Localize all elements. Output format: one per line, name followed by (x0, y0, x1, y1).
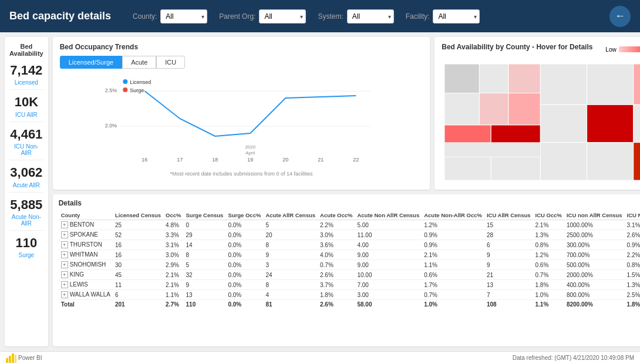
cell-acute-non-occ: 0.6% (422, 270, 484, 280)
cell-county: +SNOHOMISH (59, 260, 113, 270)
facility-label: Facility: (406, 12, 430, 21)
col-surge-census: Surge Census (184, 211, 226, 220)
svg-text:19: 19 (247, 157, 253, 163)
table-row: Total2012.7%1100.0%812.6%58.001.0%1081.1… (59, 300, 640, 309)
cell-icu-non: 2000.00% (564, 270, 625, 280)
county-select[interactable]: All (160, 9, 207, 23)
icu-non-aiir-value: 4,461 (9, 127, 43, 142)
cell-acute-non-occ: 0.9% (422, 240, 484, 250)
cell-acute-aiir: 8 (263, 240, 318, 250)
system-filter-wrapper[interactable]: All (347, 9, 394, 23)
county-filter-wrapper[interactable]: All (160, 9, 207, 23)
cell-licensed: 45 (113, 270, 163, 280)
parent-org-filter-wrapper[interactable]: All (259, 9, 306, 23)
svg-rect-38 (9, 356, 11, 363)
cell-icu-occ: 0.7% (533, 270, 564, 280)
expand-icon[interactable]: + (61, 231, 68, 238)
bed-availability-panel: Bed Availability 7,142 Licensed 10K ICU … (5, 37, 48, 346)
cell-icu-aiir: 21 (484, 270, 533, 280)
cell-acute-non-occ: 1.2% (422, 220, 484, 230)
col-acute-aiir: Acute AllR Census (263, 211, 318, 220)
licensed-label: Licensed (9, 79, 43, 86)
parent-org-select[interactable]: All (259, 9, 306, 23)
cell-surge-occ: 0.0% (225, 260, 263, 270)
col-occ: Occ% (163, 211, 183, 220)
col-licensed-census: Licensed Census (113, 211, 163, 220)
cell-icu-non: 8200.00% (564, 300, 625, 309)
svg-text:20: 20 (282, 157, 288, 163)
expand-icon[interactable]: + (61, 251, 68, 258)
map-title: Bed Availability by County - Hover for D… (442, 43, 592, 51)
top-row: Bed Occupancy Trends Licensed/Surge Acut… (53, 37, 640, 190)
cell-acute-non-aiir: 7.00 (355, 280, 422, 290)
cell-occ: 4.8% (163, 220, 183, 230)
svg-rect-17 (444, 64, 479, 93)
cell-county: +KING (59, 270, 113, 280)
svg-text:22: 22 (353, 157, 359, 163)
cell-occ: 3.0% (163, 250, 183, 260)
cell-icu-non: 400.00% (564, 280, 625, 290)
parent-org-filter-group: Parent Org: All (219, 9, 306, 23)
bed-availability-title: Bed Availability (9, 43, 43, 57)
cell-acute-occ: 0.7% (318, 260, 355, 270)
svg-point-15 (123, 87, 127, 92)
tab-acute[interactable]: Acute (122, 56, 156, 69)
cell-icu-occ: 1.8% (533, 280, 564, 290)
svg-rect-32 (634, 105, 640, 142)
col-icu-non: ICU non AllR Census (564, 211, 625, 220)
cell-county: +WALLA WALLA (59, 290, 113, 300)
map-panel: Bed Availability by County - Hover for D… (434, 37, 640, 190)
svg-text:Surge: Surge (130, 87, 144, 93)
cell-icu-aiir: 13 (484, 280, 533, 290)
system-select[interactable]: All (347, 9, 394, 23)
tab-icu[interactable]: ICU (156, 56, 185, 69)
table-header: County Licensed Census Occ% Surge Census… (59, 211, 640, 220)
cell-acute-non-occ: 1.0% (422, 300, 484, 309)
cell-surge-census: 32 (184, 270, 226, 280)
cell-acute-non-aiir: 3.00 (355, 290, 422, 300)
cell-icu-aiir: 15 (484, 220, 533, 230)
cell-acute-occ: 3.7% (318, 280, 355, 290)
cell-occ: 3.3% (163, 230, 183, 240)
cell-acute-aiir: 24 (263, 270, 318, 280)
cell-acute-occ: 2.6% (318, 270, 355, 280)
tab-licensed-surge[interactable]: Licensed/Surge (60, 56, 122, 69)
system-filter-group: System: All (318, 9, 393, 23)
svg-rect-25 (444, 157, 491, 180)
cell-county: +WHITMAN (59, 250, 113, 260)
col-acute-occ: Acute Occ% (318, 211, 355, 220)
cell-surge-occ: 0.0% (225, 240, 263, 250)
map-legend-low: Low (605, 46, 616, 53)
cell-acute-aiir: 81 (263, 300, 318, 309)
county-map[interactable] (442, 60, 640, 184)
cell-icu-aiir: 108 (484, 300, 533, 309)
facility-filter-wrapper[interactable]: All (433, 9, 480, 23)
chart-title: Bed Occupancy Trends (60, 43, 423, 51)
chart-area: 2.5% 2.0% 16 17 18 19 April 2020 20 21 (60, 75, 423, 168)
cell-acute-aiir: 3 (263, 260, 318, 270)
cell-occ: 2.9% (163, 260, 183, 270)
expand-icon[interactable]: + (61, 261, 68, 268)
svg-point-13 (123, 79, 127, 84)
expand-icon[interactable]: + (61, 241, 68, 248)
acute-non-aiir-value: 5,885 (9, 197, 43, 213)
expand-icon[interactable]: + (61, 281, 68, 288)
cell-acute-non-occ: 2.1% (422, 250, 484, 260)
chart-tabs: Licensed/Surge Acute ICU (60, 56, 423, 69)
cell-occ: 2.1% (163, 270, 183, 280)
expand-icon[interactable]: + (61, 271, 68, 278)
parent-org-label: Parent Org: (219, 12, 255, 21)
cell-acute-non-aiir: 4.00 (355, 240, 422, 250)
header: Bed capacity details County: All Parent … (0, 0, 640, 32)
cell-icu-non: 700.00% (564, 250, 625, 260)
map-gradient (619, 46, 640, 52)
expand-icon[interactable]: + (61, 291, 68, 298)
expand-icon[interactable]: + (61, 221, 68, 228)
facility-select[interactable]: All (433, 9, 480, 23)
chart-panel: Bed Occupancy Trends Licensed/Surge Acut… (53, 37, 430, 190)
back-button[interactable]: ← (609, 6, 631, 27)
cell-county: +THURSTON (59, 240, 113, 250)
table-row: +SPOKANE523.3%290.0%203.0%11.000.9%281.3… (59, 230, 640, 240)
surge-metric: 110 Surge (9, 235, 43, 262)
col-acute-non-occ: Acute Non-AllR Occ% (422, 211, 484, 220)
